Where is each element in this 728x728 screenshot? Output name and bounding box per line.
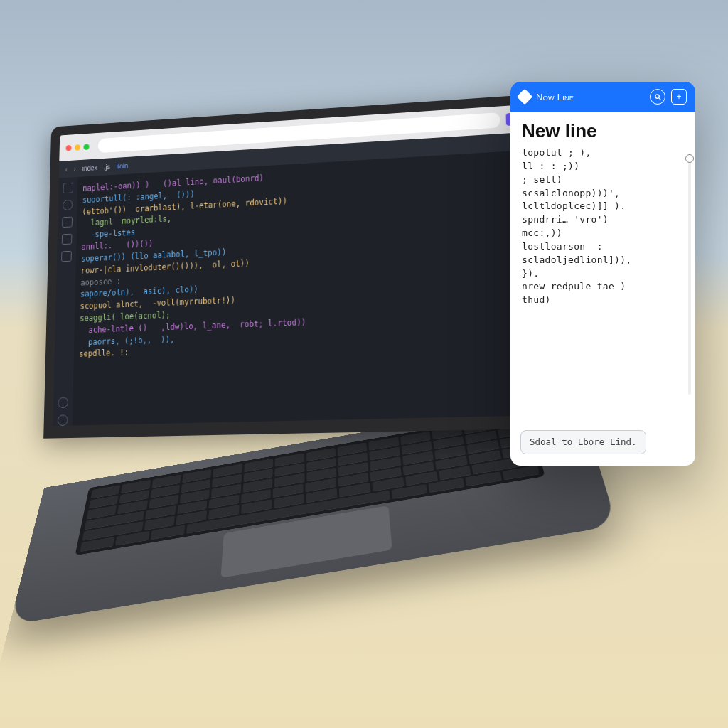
chevron-left-icon[interactable]: ‹ <box>65 166 68 173</box>
svg-point-0 <box>655 94 659 98</box>
search-icon[interactable] <box>63 200 73 211</box>
scrollbar[interactable] <box>688 154 691 395</box>
files-icon[interactable] <box>63 183 73 194</box>
address-bar[interactable] <box>98 112 500 153</box>
close-icon[interactable] <box>66 144 72 151</box>
panel-heading: New line <box>522 120 684 142</box>
editor-tab[interactable]: .js <box>104 163 110 171</box>
panel-action-button[interactable]: Sdoal to Lbore Lind. <box>520 430 646 454</box>
panel-title: Now Line <box>536 92 574 102</box>
extensions-icon[interactable] <box>61 251 72 262</box>
add-icon[interactable]: + <box>671 89 687 105</box>
diamond-icon <box>517 89 533 105</box>
screen-bezel: ‹ › index .js iloln naplel:-oan)) ) ( <box>43 94 544 438</box>
panel-header: Now Line + <box>510 82 695 112</box>
panel-content: lopolul ; ), ll : : ;)) ; sell) scsalclo… <box>522 146 684 307</box>
account-icon[interactable] <box>58 397 68 408</box>
screen: ‹ › index .js iloln naplel:-oan)) ) ( <box>53 105 532 426</box>
activity-bar <box>53 177 77 426</box>
search-icon[interactable] <box>650 89 665 105</box>
newline-panel: Now Line + New line lopolul ; ), ll : : … <box>510 82 695 466</box>
window-controls[interactable] <box>66 144 90 151</box>
code-editor[interactable]: naplel:-oan)) ) ()al lino, oaul(bonrd) s… <box>73 150 533 425</box>
svg-line-1 <box>658 97 660 100</box>
panel-footer: Sdoal to Lbore Lind. <box>510 423 695 466</box>
editor-tab[interactable]: index <box>82 164 98 171</box>
chevron-right-icon[interactable]: › <box>74 165 76 172</box>
scroll-thumb[interactable] <box>685 154 694 163</box>
debug-icon[interactable] <box>62 234 73 245</box>
panel-body: New line lopolul ; ), ll : : ;)) ; sell)… <box>510 112 695 423</box>
maximize-icon[interactable] <box>83 144 89 150</box>
laptop: ‹ › index .js iloln naplel:-oan)) ) ( <box>28 100 569 637</box>
editor-tab-active[interactable]: iloln <box>117 162 128 170</box>
settings-icon[interactable] <box>58 414 68 426</box>
minimize-icon[interactable] <box>75 144 80 151</box>
source-control-icon[interactable] <box>62 217 73 228</box>
editor-body: naplel:-oan)) ) ()al lino, oaul(bonrd) s… <box>53 150 532 426</box>
browser-chrome <box>59 105 526 161</box>
